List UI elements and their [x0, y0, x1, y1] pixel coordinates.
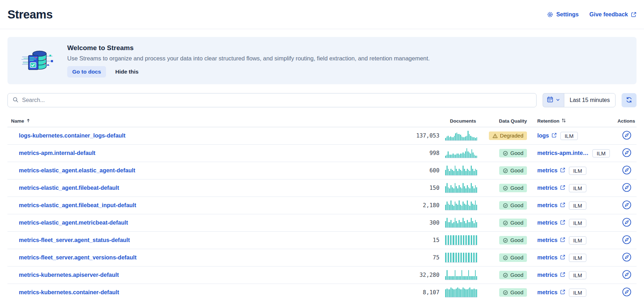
- refresh-button[interactable]: [622, 93, 637, 107]
- check-circle-icon: [503, 203, 508, 208]
- discover-action-button[interactable]: [622, 130, 632, 141]
- sparkline-bar: [463, 183, 464, 193]
- retention-policy-badge: ILM: [569, 167, 586, 175]
- sparkline-bar: [472, 204, 473, 210]
- discover-action-button[interactable]: [622, 183, 632, 193]
- check-circle-icon: [503, 220, 508, 226]
- stream-name-link[interactable]: metrics-elastic_agent.filebeat-default: [19, 185, 119, 191]
- retention-link[interactable]: metrics: [537, 289, 565, 296]
- give-feedback-button[interactable]: Give feedback: [590, 11, 637, 18]
- discover-action-button[interactable]: [622, 217, 632, 228]
- retention-link[interactable]: metrics-apm.interna…: [537, 150, 589, 156]
- documents-sparkline: [445, 200, 477, 210]
- data-quality-badge: Good: [499, 166, 527, 175]
- sparkline-bar: [456, 169, 457, 175]
- stream-name-link[interactable]: metrics-kubernetes.apiserver-default: [19, 272, 119, 278]
- retention-policy-badge: ILM: [569, 254, 586, 262]
- retention-link[interactable]: metrics: [537, 220, 565, 226]
- retention-link[interactable]: metrics: [537, 202, 565, 209]
- sparkline-bar: [453, 206, 454, 210]
- sparkline-bar: [450, 155, 451, 158]
- sparkline-bar: [471, 136, 473, 140]
- sparkline-bar: [447, 183, 448, 193]
- sparkline-bar: [457, 223, 458, 227]
- retention-link[interactable]: metrics: [537, 272, 565, 279]
- discover-action-button[interactable]: [622, 287, 632, 298]
- sparkline-bar: [463, 201, 464, 210]
- stream-name-link[interactable]: logs-kubernetes.container_logs-default: [19, 133, 126, 139]
- compass-icon: [622, 183, 632, 193]
- sparkline-bar: [452, 205, 453, 210]
- sparkline-bar: [471, 201, 472, 210]
- sparkline-bar: [465, 171, 466, 175]
- discover-action-button[interactable]: [622, 235, 632, 246]
- retention-link[interactable]: metrics: [537, 254, 565, 261]
- documents-count: 8,107: [423, 289, 439, 296]
- sparkline-bar: [464, 276, 465, 280]
- compass-icon: [622, 165, 632, 176]
- sparkline-bar: [459, 134, 460, 140]
- column-header-name[interactable]: Name: [7, 118, 395, 124]
- documents-sparkline: [445, 166, 477, 176]
- discover-action-button[interactable]: [622, 165, 632, 176]
- search-icon: [12, 97, 19, 104]
- discover-action-button[interactable]: [622, 148, 632, 158]
- sparkline-bar: [461, 154, 463, 158]
- discover-action-button[interactable]: [622, 252, 632, 263]
- sparkline-bar: [455, 289, 456, 297]
- stream-name-link[interactable]: metrics-elastic_agent.metricbeat-default: [19, 220, 128, 226]
- column-header-retention[interactable]: Retention: [528, 118, 610, 124]
- stream-name-link[interactable]: metrics-fleet_server.agent_status-defaul…: [19, 237, 130, 243]
- sparkline-bar: [473, 152, 474, 158]
- data-quality-badge: Good: [499, 219, 527, 227]
- sparkline-bar: [475, 270, 476, 280]
- column-header-documents: Documents: [395, 118, 477, 124]
- discover-action-button[interactable]: [622, 270, 632, 280]
- data-quality-badge: Good: [499, 201, 527, 210]
- sparkline-bar: [464, 204, 465, 210]
- feedback-label: Give feedback: [590, 11, 628, 18]
- retention-link[interactable]: metrics: [537, 237, 565, 244]
- quality-header-label: Data Quality: [499, 118, 527, 124]
- sparkline-bar: [449, 222, 450, 227]
- stream-name-link[interactable]: metrics-elastic_agent.elastic_agent-defa…: [19, 167, 135, 174]
- documents-header-label: Documents: [450, 118, 476, 124]
- stream-name-link[interactable]: metrics-fleet_server.agent_versions-defa…: [19, 254, 137, 261]
- documents-sparkline: [445, 183, 477, 193]
- column-header-actions: Actions: [610, 118, 637, 124]
- compass-icon: [622, 148, 632, 158]
- welcome-title: Welcome to Streams: [67, 44, 430, 52]
- stream-name-link[interactable]: metrics-elastic_agent.filebeat_input-def…: [19, 202, 136, 209]
- sparkline-bar: [455, 270, 456, 280]
- sparkline-bar: [474, 223, 475, 227]
- check-circle-icon: [503, 168, 508, 173]
- sparkline-bar: [461, 206, 463, 210]
- go-to-docs-button[interactable]: Go to docs: [67, 66, 106, 77]
- sparkline-bar: [453, 235, 454, 245]
- sparkline-bar: [450, 185, 452, 193]
- sparkline-bar: [453, 222, 454, 227]
- stream-name-link[interactable]: metrics-apm.internal-default: [19, 150, 95, 156]
- quick-select-menu-button[interactable]: [543, 93, 564, 107]
- sort-ascending-icon: [26, 118, 31, 124]
- sparkline-bar: [475, 156, 476, 158]
- sparkline-bar: [465, 289, 466, 297]
- retention-link[interactable]: logs: [537, 133, 557, 139]
- sparkline-bar: [449, 188, 450, 193]
- time-range-button[interactable]: Last 15 minutes: [564, 93, 616, 107]
- sparkline-bar: [456, 186, 457, 193]
- sparkline-bar: [445, 276, 446, 280]
- stream-name-link[interactable]: metrics-kubernetes.container-default: [19, 289, 119, 296]
- search-input[interactable]: [22, 97, 532, 103]
- retention-link[interactable]: metrics: [537, 185, 565, 192]
- retention-link[interactable]: metrics: [537, 167, 565, 174]
- hide-this-button[interactable]: Hide this: [115, 69, 138, 75]
- sparkline-bar: [452, 137, 453, 140]
- sparkline-bar: [463, 166, 464, 175]
- discover-action-button[interactable]: [622, 200, 632, 211]
- sparkline-bar: [472, 169, 473, 175]
- settings-button[interactable]: Settings: [547, 11, 579, 18]
- sparkline-bar: [456, 289, 457, 297]
- date-picker: Last 15 minutes: [543, 93, 616, 107]
- sparkline-bar: [450, 220, 452, 227]
